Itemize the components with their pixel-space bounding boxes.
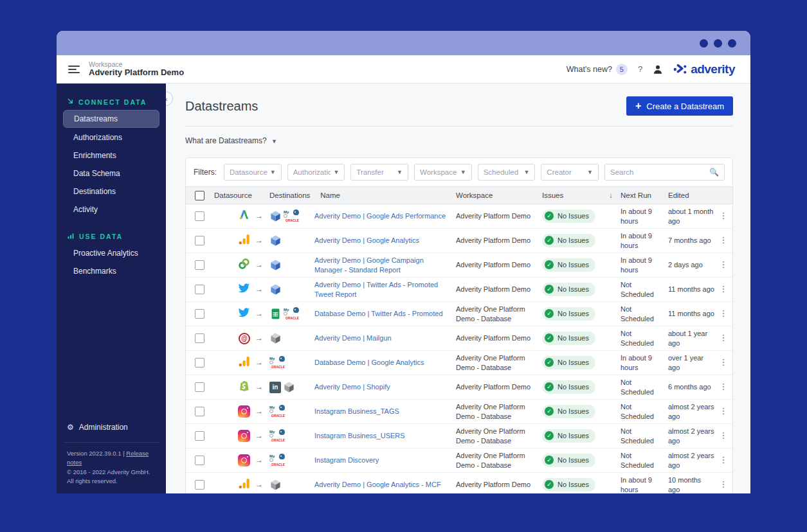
edited-cell: about 1 month ago — [668, 206, 717, 227]
sort-descending-icon[interactable]: ↓ — [604, 190, 621, 202]
row-checkbox[interactable] — [195, 236, 204, 245]
col-header-destinations: Destinations — [266, 190, 313, 202]
table-row: → MyORACLE Instagram Discovery Adverity … — [186, 448, 732, 473]
row-menu-kebab-icon[interactable]: ⋮ — [720, 211, 728, 220]
help-icon[interactable]: ? — [638, 64, 642, 74]
datastream-name-link[interactable]: Adverity Demo | Twitter Ads - Promoted T… — [314, 281, 438, 297]
what-are-datastreams-link[interactable]: What are Datastreams? ▼ — [185, 136, 277, 145]
row-menu-kebab-icon[interactable]: ⋮ — [720, 430, 728, 440]
table-header-row: Datasource Destinations Name Workspace I… — [186, 186, 732, 204]
row-checkbox[interactable] — [195, 407, 204, 416]
sidebar-item-administration[interactable]: ⚙ Administration — [63, 418, 159, 437]
search-input[interactable] — [610, 168, 709, 176]
window-control-dot[interactable] — [728, 39, 736, 48]
row-checkbox[interactable] — [195, 260, 204, 270]
sidebar-collapse-button[interactable]: « — [166, 91, 173, 106]
edited-cell: over 1 year ago — [668, 352, 717, 373]
status-badge: ✓ No Issues — [542, 283, 595, 296]
datastream-name-link[interactable]: Adverity Demo | Google Analytics — [314, 236, 419, 244]
sidebar-section-title: USE DATA — [63, 229, 159, 244]
datastream-name-link[interactable]: Adverity Demo | Mailgun — [314, 334, 392, 342]
workspace-cell: Adverity Platform Demo — [456, 332, 542, 344]
check-icon: ✓ — [545, 285, 554, 294]
filter-dropdown[interactable]: Creator ▼ — [541, 164, 599, 181]
search-icon[interactable]: 🔍 — [709, 168, 719, 177]
check-icon: ✓ — [545, 236, 554, 245]
hamburger-menu-icon[interactable] — [68, 66, 80, 73]
row-menu-kebab-icon[interactable]: ⋮ — [720, 357, 728, 367]
adverity-logo-mark — [673, 63, 687, 76]
notification-badge: 5 — [616, 64, 628, 75]
row-menu-kebab-icon[interactable]: ⋮ — [720, 333, 728, 342]
user-avatar-icon[interactable] — [653, 64, 663, 75]
filter-dropdown[interactable]: Scheduled ▼ — [478, 164, 536, 181]
filter-dropdown[interactable]: Workspace ▼ — [414, 164, 472, 181]
row-menu-kebab-icon[interactable]: ⋮ — [720, 479, 728, 489]
row-checkbox[interactable] — [195, 211, 204, 221]
row-menu-kebab-icon[interactable]: ⋮ — [720, 382, 728, 391]
window-control-dot[interactable] — [714, 39, 722, 48]
sidebar-item-enrichments[interactable]: Enrichments — [63, 147, 159, 164]
status-badge: ✓ No Issues — [542, 356, 595, 369]
breadcrumb: Workspace Adverity Platform Demo — [89, 60, 184, 78]
datastream-name-link[interactable]: Adverity Demo | Google Analytics - MCF — [314, 481, 441, 488]
sidebar-section: CONNECT DATA DatastreamsAuthorizationsEn… — [63, 95, 159, 229]
filter-dropdown[interactable]: Authorization ▼ — [287, 164, 345, 181]
sidebar-item-destinations[interactable]: Destinations — [63, 183, 159, 200]
db-cluster-icon: MyORACLE — [269, 405, 286, 418]
datastream-name-link[interactable]: Database Demo | Twitter Ads - Promoted — [314, 310, 443, 317]
row-checkbox[interactable] — [195, 431, 204, 441]
datastream-name-link[interactable]: Instagram Business_USERS — [314, 432, 405, 439]
row-checkbox[interactable] — [195, 285, 204, 294]
filter-dropdown[interactable]: Datasource ▼ — [224, 164, 282, 181]
campaign-manager-icon — [238, 258, 250, 270]
row-checkbox[interactable] — [195, 382, 204, 392]
sidebar-item-data-schema[interactable]: Data Schema — [63, 165, 159, 182]
arrow-right-icon: → — [255, 211, 263, 222]
adverity-logo-text: adverity — [691, 62, 735, 76]
datastream-name-link[interactable]: Adverity Demo | Shopify — [314, 383, 390, 391]
row-checkbox[interactable] — [195, 480, 204, 490]
create-datastream-button[interactable]: + Create a Datastream — [626, 96, 733, 116]
window-control-dot[interactable] — [700, 39, 708, 48]
workspace-cell: Adverity One Platform Demo - Database — [456, 401, 542, 422]
datastream-name-link[interactable]: Instagram Discovery — [314, 456, 379, 464]
table-row: @ → Adverity Demo | Mailgun Adverity Pla… — [186, 326, 732, 351]
datastream-name-link[interactable]: Adverity Demo | Google Campaign Manager … — [314, 256, 424, 273]
row-checkbox[interactable] — [195, 358, 204, 368]
google-analytics-icon — [238, 355, 250, 368]
datastream-name-link[interactable]: Database Demo | Google Analytics — [314, 359, 424, 366]
next-run-cell: In about 9 hours — [621, 254, 668, 276]
bar-chart-icon-icon — [67, 232, 75, 240]
workspace-name: Adverity Platform Demo — [89, 68, 184, 78]
row-checkbox[interactable] — [195, 309, 204, 319]
whats-new-link[interactable]: What's new? 5 — [567, 64, 628, 75]
row-checkbox[interactable] — [195, 456, 204, 465]
chevron-down-icon: ▼ — [397, 169, 403, 175]
sidebar-item-benchmarks[interactable]: Benchmarks — [63, 263, 159, 279]
row-menu-kebab-icon[interactable]: ⋮ — [720, 235, 728, 245]
adverity-logo[interactable]: adverity — [673, 62, 735, 76]
col-header-next-run: Next Run — [621, 190, 668, 202]
next-run-cell: Not Scheduled — [621, 377, 668, 398]
sidebar-item-authorizations[interactable]: Authorizations — [63, 129, 159, 146]
row-menu-kebab-icon[interactable]: ⋮ — [720, 406, 728, 416]
sheets-icon — [269, 308, 282, 320]
sidebar-item-proactive-analytics[interactable]: Proactive Analytics — [63, 245, 159, 262]
sidebar-item-datastreams[interactable]: Datastreams — [63, 110, 159, 128]
row-menu-kebab-icon[interactable]: ⋮ — [720, 308, 728, 318]
row-checkbox[interactable] — [195, 333, 204, 343]
datastream-name-link[interactable]: Instagram Business_TAGS — [314, 407, 399, 415]
table-row: → MyORACLE Instagram Business_TAGS Adver… — [186, 400, 732, 424]
cube-blue-icon — [269, 259, 282, 271]
datastream-name-link[interactable]: Adverity Demo | Google Ads Performance — [314, 212, 446, 220]
row-menu-kebab-icon[interactable]: ⋮ — [720, 284, 728, 294]
filter-dropdown[interactable]: Transfer ▼ — [350, 164, 408, 181]
status-badge: ✓ No Issues — [542, 209, 595, 222]
desktop-backdrop: Workspace Adverity Platform Demo What's … — [0, 0, 807, 532]
row-menu-kebab-icon[interactable]: ⋮ — [720, 260, 728, 269]
check-icon: ✓ — [545, 382, 554, 391]
row-menu-kebab-icon[interactable]: ⋮ — [720, 455, 728, 465]
select-all-checkbox[interactable] — [195, 191, 204, 200]
sidebar-item-activity[interactable]: Activity — [63, 201, 159, 218]
